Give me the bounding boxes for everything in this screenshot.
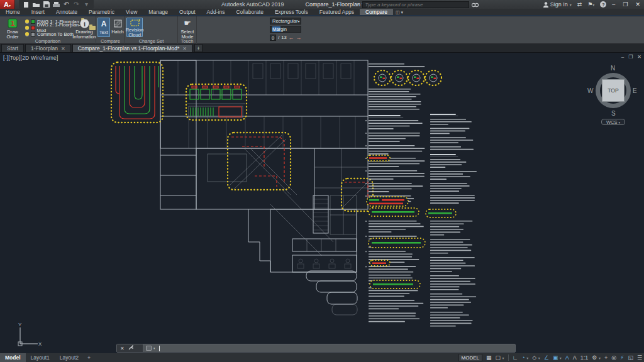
ribbon-tab-insert[interactable]: Insert — [26, 9, 50, 15]
ribbon-tab-featured-apps[interactable]: Featured Apps — [314, 9, 360, 15]
viewport-controls[interactable]: [-][Top][2D Wireframe] — [3, 55, 58, 61]
cloud-shape-select[interactable]: Rectangular▾ — [270, 18, 301, 25]
filter-hatch-button[interactable]: Hatch — [111, 18, 124, 35]
sign-in-button[interactable]: Sign In ▾ — [543, 1, 572, 8]
undo-icon[interactable]: ↶ — [63, 1, 70, 8]
autocad-window: A▾ ↶ ↷ ▾ Autodesk AutoCAD 2019 Compare_1… — [0, 0, 644, 362]
file-tab[interactable]: Start — [1, 44, 24, 52]
viewcube-south[interactable]: S — [611, 110, 616, 117]
model-space-button[interactable]: MODEL — [458, 354, 482, 361]
autoscale-icon[interactable]: A — [573, 353, 577, 362]
customize-wrench-icon[interactable] — [128, 345, 133, 351]
ribbon-tab-add-ins[interactable]: Add-ins — [201, 9, 231, 15]
viewcube-top-face[interactable]: TOP — [602, 79, 625, 102]
close-tab-icon[interactable]: ✕ — [61, 45, 65, 53]
filter-text-button[interactable]: A Text — [97, 18, 110, 37]
file-tab[interactable]: 1-Floorplan✕ — [25, 44, 71, 52]
new-file-icon[interactable] — [23, 1, 30, 8]
wcs-selector[interactable]: WCS ▾ — [601, 119, 625, 125]
cloud-margin-input[interactable]: Margin — [270, 26, 301, 33]
gear-icon[interactable]: ⚙ ▾ — [592, 353, 601, 362]
panel-label[interactable]: Touch — [178, 38, 196, 44]
select-mode-button[interactable]: ☛ Select Mode — [178, 18, 197, 40]
viewcube-east[interactable]: E — [633, 87, 637, 94]
drawing-information-button[interactable]: i Drawing Information — [73, 18, 96, 40]
doc-minimize-button[interactable]: – — [621, 54, 624, 60]
panel-compare-filter: A Text Hatch Compare Filter — [96, 16, 125, 44]
clean-screen-icon[interactable]: ◱ — [628, 353, 633, 362]
layout-tab-model[interactable]: Model — [0, 353, 26, 362]
command-close-icon[interactable]: ✕ — [120, 346, 125, 351]
ribbon-tab-home[interactable]: Home — [0, 9, 26, 15]
snap-icon[interactable]: ▢ ▾ — [495, 353, 504, 362]
command-input[interactable]: ▾ — [143, 344, 515, 352]
layout-tab-layout2[interactable]: Layout2 — [55, 353, 84, 362]
viewcube[interactable]: N S W E TOP WCS ▾ — [591, 65, 635, 125]
file-tab[interactable]: Compare_1-Floorplan vs 1-Floorplan-Mod*✕ — [72, 44, 192, 52]
lightbulb-icon[interactable] — [25, 26, 29, 30]
qat-dropdown-icon[interactable]: ▾ — [83, 1, 90, 8]
save-icon[interactable] — [43, 1, 50, 8]
object-snap-icon[interactable]: ▣ ▾ — [553, 353, 562, 362]
revision-cloud-button[interactable]: ✦ Revision Cloud — [126, 18, 143, 37]
ribbon-tab-view[interactable]: View — [120, 9, 143, 15]
draw-order-button[interactable]: 1 Draw Order — [2, 18, 23, 40]
open-file-icon[interactable] — [33, 1, 40, 8]
ribbon-tab-parametric[interactable]: Parametric — [83, 9, 120, 15]
drawing-canvas[interactable]: [-][Top][2D Wireframe] – ❐ ✕ N S W E TOP… — [0, 53, 644, 353]
search-expand-icon[interactable]: ▸ — [357, 2, 360, 7]
layout-tab-layout1[interactable]: Layout1 — [26, 353, 55, 362]
app-title: Autodesk AutoCAD 2019 — [221, 1, 284, 8]
close-button[interactable]: ✕ — [635, 1, 640, 8]
ribbon-tab-output[interactable]: Output — [174, 9, 201, 15]
customization-menu-icon[interactable]: ☰ — [637, 353, 642, 362]
polar-tracking-icon[interactable]: ◔ ▾ — [521, 353, 528, 362]
ribbon-tab-express-tools[interactable]: Express Tools — [269, 9, 314, 15]
search-binoculars-icon[interactable] — [472, 1, 479, 8]
new-layout-button[interactable]: + — [84, 354, 94, 361]
ribbon-tab-bar: HomeInsertAnnotateParametricViewManageOu… — [0, 9, 644, 16]
panel-label[interactable]: Comparison — [0, 38, 96, 44]
application-menu-button[interactable]: A▾ — [0, 0, 15, 9]
annotation-scale-value[interactable]: 1:1 — [580, 353, 589, 362]
floorplan-walls — [160, 60, 368, 315]
doc-close-button[interactable]: ✕ — [637, 54, 641, 60]
panel-label[interactable]: Change Set — [125, 38, 177, 44]
ribbon-tab-annotate[interactable]: Annotate — [50, 9, 83, 15]
viewcube-west[interactable]: W — [587, 87, 593, 94]
panel-label[interactable]: Compare Filter — [96, 38, 125, 44]
ortho-icon[interactable]: ∟ — [513, 353, 518, 362]
viewcube-north[interactable]: N — [611, 65, 615, 72]
close-tab-icon[interactable]: ✕ — [182, 45, 187, 53]
annotation-visibility-icon[interactable]: A — [565, 353, 569, 362]
grid-icon[interactable]: ▦ — [486, 353, 492, 362]
user-icon — [543, 2, 548, 8]
plus-icon[interactable]: + — [604, 353, 608, 362]
new-drawing-tab-button[interactable]: + — [194, 44, 203, 52]
isolate-objects-icon[interactable]: ◎ — [611, 353, 616, 362]
next-change-arrow-icon[interactable]: → — [296, 35, 302, 41]
minimize-button[interactable]: – — [612, 1, 615, 8]
object-snap-tracking-icon[interactable]: ∠ — [544, 353, 549, 362]
autodesk-exchange-icon[interactable]: ⇄ — [577, 1, 582, 8]
stay-connected-icon[interactable]: ⚑▾ — [587, 1, 594, 8]
maximize-button[interactable]: ❐ — [623, 1, 628, 8]
doc-restore-button[interactable]: ❐ — [628, 54, 633, 60]
plot-icon[interactable] — [53, 1, 60, 8]
ribbon-tab-compare[interactable]: Compare — [360, 9, 393, 15]
isometric-icon[interactable]: ◇ ▾ — [532, 353, 540, 362]
help-icon[interactable]: ? — [600, 1, 606, 8]
lightbulb-icon[interactable] — [25, 32, 29, 36]
ribbon-tab-collaborate[interactable]: Collaborate — [230, 9, 269, 15]
help-search-input[interactable] — [362, 1, 469, 8]
lightbulb-icon[interactable] — [25, 19, 29, 23]
ribbon-tab-manage[interactable]: Manage — [143, 9, 174, 15]
current-change-index[interactable]: 0 — [270, 35, 276, 41]
ribbon-display-options-icon[interactable]: ◫ ▾ — [396, 9, 403, 15]
redo-icon[interactable]: ↷ — [73, 1, 80, 8]
previous-change-arrow-icon[interactable]: ← — [289, 35, 294, 41]
recent-commands-icon[interactable] — [146, 346, 152, 351]
command-line[interactable]: ✕ ▾ — [116, 344, 516, 353]
graphics-performance-icon[interactable]: ⚡ — [620, 353, 624, 362]
change-set-counter: 0 / 13 ← → — [270, 34, 301, 41]
